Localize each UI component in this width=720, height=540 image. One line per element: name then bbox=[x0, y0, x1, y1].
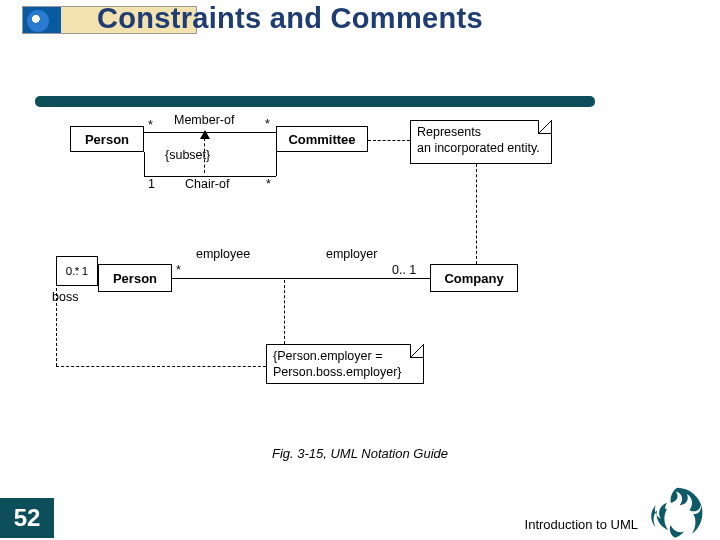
note-employer-constraint: {Person.employer =Person.boss.employer} bbox=[266, 344, 424, 384]
mult-employer: 0.. 1 bbox=[392, 263, 416, 277]
title-underline-bar bbox=[35, 96, 595, 107]
role-employee: employee bbox=[196, 247, 250, 261]
note-incorporated: Representsan incorporated entity. bbox=[410, 120, 552, 164]
assoc-chair-of-label: Chair-of bbox=[185, 177, 229, 191]
assoc-member-of-line bbox=[144, 132, 276, 133]
mult-chair-of-right: * bbox=[266, 177, 271, 191]
assoc-employment-line bbox=[172, 278, 430, 279]
note-self-link-v bbox=[56, 288, 57, 366]
note-incorporated-text: Representsan incorporated entity. bbox=[417, 125, 540, 156]
assoc-member-of-label: Member-of bbox=[174, 113, 234, 127]
self-assoc-multiplicities: * 0.. 1 bbox=[56, 256, 98, 286]
note-company-link bbox=[476, 164, 477, 264]
note-dogear-icon-2 bbox=[410, 344, 424, 358]
subset-arrowhead-icon bbox=[200, 130, 210, 139]
mult-member-of-right: * bbox=[265, 117, 270, 131]
dragon-logo-icon bbox=[644, 484, 710, 540]
class-person-top: Person bbox=[70, 126, 144, 152]
role-employer: employer bbox=[326, 247, 377, 261]
note-dogear-icon bbox=[538, 120, 552, 134]
figure-caption: Fig. 3-15, UML Notation Guide bbox=[0, 446, 720, 461]
self-bottom-mult: 0.. 1 bbox=[66, 265, 88, 278]
mult-employee: * bbox=[176, 263, 181, 277]
slide-title: Constraints and Comments bbox=[97, 2, 483, 35]
class-committee: Committee bbox=[276, 126, 368, 152]
uml-diagram: Person Committee * Member-of * 1 Chair-o… bbox=[70, 120, 630, 420]
assoc-chair-of-right-drop bbox=[276, 152, 277, 176]
assoc-chair-of-left-drop bbox=[144, 152, 145, 176]
mult-member-of-left: * bbox=[148, 118, 153, 132]
constraint-subset: {subset} bbox=[165, 148, 210, 162]
note-employer-text: {Person.employer =Person.boss.employer} bbox=[273, 349, 402, 380]
footer-intro-text: Introduction to UML bbox=[525, 517, 638, 532]
note-self-link-h bbox=[56, 366, 266, 367]
page-number: 52 bbox=[0, 498, 54, 538]
note-committee-link1 bbox=[368, 140, 410, 141]
mult-chair-of-left: 1 bbox=[148, 177, 155, 191]
note-assoc-link bbox=[284, 280, 285, 344]
class-company: Company bbox=[430, 264, 518, 292]
class-person-mid: Person bbox=[98, 264, 172, 292]
